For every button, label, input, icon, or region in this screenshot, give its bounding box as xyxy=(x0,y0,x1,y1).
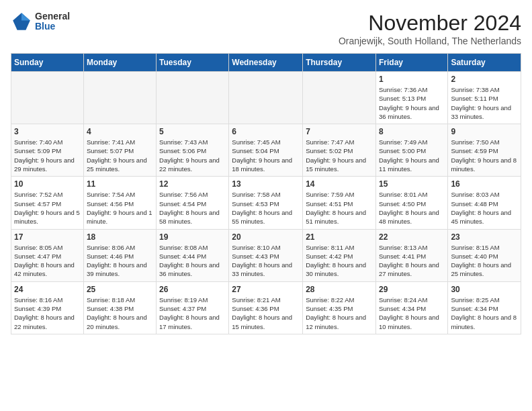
day-number: 9 xyxy=(451,127,518,136)
day-info: Sunrise: 7:59 AM Sunset: 4:51 PM Dayligh… xyxy=(306,190,373,226)
calendar-cell: 26Sunrise: 8:19 AM Sunset: 4:37 PM Dayli… xyxy=(157,281,229,334)
calendar-week-row: 24Sunrise: 8:16 AM Sunset: 4:39 PM Dayli… xyxy=(11,281,521,334)
calendar-cell: 25Sunrise: 8:18 AM Sunset: 4:38 PM Dayli… xyxy=(83,281,156,334)
day-number: 4 xyxy=(87,127,153,136)
day-number: 28 xyxy=(306,285,373,294)
logo-general: General xyxy=(35,11,70,21)
calendar-cell: 15Sunrise: 8:01 AM Sunset: 4:50 PM Dayli… xyxy=(375,177,447,229)
day-info: Sunrise: 7:54 AM Sunset: 4:56 PM Dayligh… xyxy=(87,190,153,226)
day-info: Sunrise: 7:47 AM Sunset: 5:02 PM Dayligh… xyxy=(306,138,373,173)
day-info: Sunrise: 8:06 AM Sunset: 4:46 PM Dayligh… xyxy=(87,243,153,279)
day-number: 8 xyxy=(379,127,445,136)
month-title: November 2024 xyxy=(339,11,521,36)
calendar-cell: 8Sunrise: 7:49 AM Sunset: 5:00 PM Daylig… xyxy=(375,124,447,177)
day-info: Sunrise: 8:18 AM Sunset: 4:38 PM Dayligh… xyxy=(87,295,153,331)
calendar-cell: 13Sunrise: 7:58 AM Sunset: 4:53 PM Dayli… xyxy=(229,177,303,229)
day-info: Sunrise: 8:16 AM Sunset: 4:39 PM Dayligh… xyxy=(14,295,81,331)
day-info: Sunrise: 8:10 AM Sunset: 4:43 PM Dayligh… xyxy=(232,243,300,279)
calendar-cell: 30Sunrise: 8:25 AM Sunset: 4:34 PM Dayli… xyxy=(448,281,521,334)
day-number: 13 xyxy=(232,179,300,189)
day-info: Sunrise: 8:11 AM Sunset: 4:42 PM Dayligh… xyxy=(306,243,373,279)
day-info: Sunrise: 8:21 AM Sunset: 4:36 PM Dayligh… xyxy=(232,295,300,331)
day-number: 23 xyxy=(451,232,518,242)
calendar-cell: 6Sunrise: 7:45 AM Sunset: 5:04 PM Daylig… xyxy=(229,124,303,177)
day-info: Sunrise: 8:05 AM Sunset: 4:47 PM Dayligh… xyxy=(14,243,81,279)
calendar-cell: 16Sunrise: 8:03 AM Sunset: 4:48 PM Dayli… xyxy=(448,177,521,229)
day-number: 7 xyxy=(306,127,373,136)
calendar-cell: 7Sunrise: 7:47 AM Sunset: 5:02 PM Daylig… xyxy=(303,124,376,177)
calendar-week-row: 3Sunrise: 7:40 AM Sunset: 5:09 PM Daylig… xyxy=(11,124,521,177)
day-number: 22 xyxy=(379,232,445,242)
calendar-cell: 3Sunrise: 7:40 AM Sunset: 5:09 PM Daylig… xyxy=(11,124,84,177)
calendar-cell: 11Sunrise: 7:54 AM Sunset: 4:56 PM Dayli… xyxy=(83,177,156,229)
location-title: Oranjewijk, South Holland, The Netherlan… xyxy=(339,36,521,46)
logo: General Blue xyxy=(11,11,70,32)
calendar-cell xyxy=(157,72,229,124)
calendar-cell: 19Sunrise: 8:08 AM Sunset: 4:44 PM Dayli… xyxy=(157,229,229,281)
day-number: 27 xyxy=(232,285,300,294)
day-number: 15 xyxy=(379,179,445,189)
day-info: Sunrise: 7:43 AM Sunset: 5:06 PM Dayligh… xyxy=(159,138,226,173)
day-number: 24 xyxy=(14,285,81,294)
calendar-cell: 2Sunrise: 7:38 AM Sunset: 5:11 PM Daylig… xyxy=(448,72,521,124)
day-number: 10 xyxy=(14,179,81,189)
day-number: 29 xyxy=(379,285,445,294)
weekday-header: Saturday xyxy=(448,54,521,72)
header: General Blue November 2024 Oranjewijk, S… xyxy=(11,11,521,46)
weekday-header: Tuesday xyxy=(157,54,229,72)
calendar-cell xyxy=(303,72,376,124)
day-info: Sunrise: 8:08 AM Sunset: 4:44 PM Dayligh… xyxy=(159,243,226,279)
day-info: Sunrise: 7:58 AM Sunset: 4:53 PM Dayligh… xyxy=(232,190,300,226)
day-number: 5 xyxy=(159,127,226,136)
weekday-header-row: SundayMondayTuesdayWednesdayThursdayFrid… xyxy=(11,54,521,72)
day-number: 17 xyxy=(14,232,81,242)
calendar-cell: 18Sunrise: 8:06 AM Sunset: 4:46 PM Dayli… xyxy=(83,229,156,281)
day-number: 12 xyxy=(159,179,226,189)
day-number: 25 xyxy=(87,285,153,294)
calendar-cell: 9Sunrise: 7:50 AM Sunset: 4:59 PM Daylig… xyxy=(448,124,521,177)
weekday-header: Sunday xyxy=(11,54,84,72)
day-number: 14 xyxy=(306,179,373,189)
day-number: 26 xyxy=(159,285,226,294)
svg-marker-1 xyxy=(21,13,30,20)
day-number: 3 xyxy=(14,127,81,136)
day-info: Sunrise: 7:49 AM Sunset: 5:00 PM Dayligh… xyxy=(379,138,445,173)
logo-text: General Blue xyxy=(35,11,70,32)
calendar-cell: 23Sunrise: 8:15 AM Sunset: 4:40 PM Dayli… xyxy=(448,229,521,281)
title-area: November 2024 Oranjewijk, South Holland,… xyxy=(339,11,521,46)
day-number: 1 xyxy=(379,75,445,84)
calendar-cell: 4Sunrise: 7:41 AM Sunset: 5:07 PM Daylig… xyxy=(83,124,156,177)
day-info: Sunrise: 8:03 AM Sunset: 4:48 PM Dayligh… xyxy=(451,190,518,226)
weekday-header: Friday xyxy=(375,54,447,72)
weekday-header: Thursday xyxy=(303,54,376,72)
day-number: 19 xyxy=(159,232,226,242)
calendar-cell: 5Sunrise: 7:43 AM Sunset: 5:06 PM Daylig… xyxy=(157,124,229,177)
day-info: Sunrise: 8:25 AM Sunset: 4:34 PM Dayligh… xyxy=(451,295,518,331)
day-number: 6 xyxy=(232,127,300,136)
day-number: 21 xyxy=(306,232,373,242)
calendar-cell xyxy=(11,72,84,124)
day-number: 2 xyxy=(451,75,518,84)
calendar-cell: 24Sunrise: 8:16 AM Sunset: 4:39 PM Dayli… xyxy=(11,281,84,334)
day-info: Sunrise: 7:36 AM Sunset: 5:13 PM Dayligh… xyxy=(379,85,445,121)
day-number: 18 xyxy=(87,232,153,242)
calendar-cell: 29Sunrise: 8:24 AM Sunset: 4:34 PM Dayli… xyxy=(375,281,447,334)
calendar-week-row: 10Sunrise: 7:52 AM Sunset: 4:57 PM Dayli… xyxy=(11,177,521,229)
calendar-cell: 22Sunrise: 8:13 AM Sunset: 4:41 PM Dayli… xyxy=(375,229,447,281)
weekday-header: Monday xyxy=(83,54,156,72)
logo-icon xyxy=(11,11,32,32)
day-info: Sunrise: 8:13 AM Sunset: 4:41 PM Dayligh… xyxy=(379,243,445,279)
calendar-cell: 28Sunrise: 8:22 AM Sunset: 4:35 PM Dayli… xyxy=(303,281,376,334)
day-number: 30 xyxy=(451,285,518,294)
calendar-cell: 17Sunrise: 8:05 AM Sunset: 4:47 PM Dayli… xyxy=(11,229,84,281)
calendar-cell xyxy=(229,72,303,124)
calendar-cell: 20Sunrise: 8:10 AM Sunset: 4:43 PM Dayli… xyxy=(229,229,303,281)
day-info: Sunrise: 8:24 AM Sunset: 4:34 PM Dayligh… xyxy=(379,295,445,331)
day-info: Sunrise: 7:50 AM Sunset: 4:59 PM Dayligh… xyxy=(451,138,518,173)
day-info: Sunrise: 7:38 AM Sunset: 5:11 PM Dayligh… xyxy=(451,85,518,121)
day-info: Sunrise: 8:19 AM Sunset: 4:37 PM Dayligh… xyxy=(159,295,226,331)
calendar-week-row: 17Sunrise: 8:05 AM Sunset: 4:47 PM Dayli… xyxy=(11,229,521,281)
day-info: Sunrise: 8:22 AM Sunset: 4:35 PM Dayligh… xyxy=(306,295,373,331)
day-info: Sunrise: 7:56 AM Sunset: 4:54 PM Dayligh… xyxy=(159,190,226,226)
calendar-cell: 27Sunrise: 8:21 AM Sunset: 4:36 PM Dayli… xyxy=(229,281,303,334)
